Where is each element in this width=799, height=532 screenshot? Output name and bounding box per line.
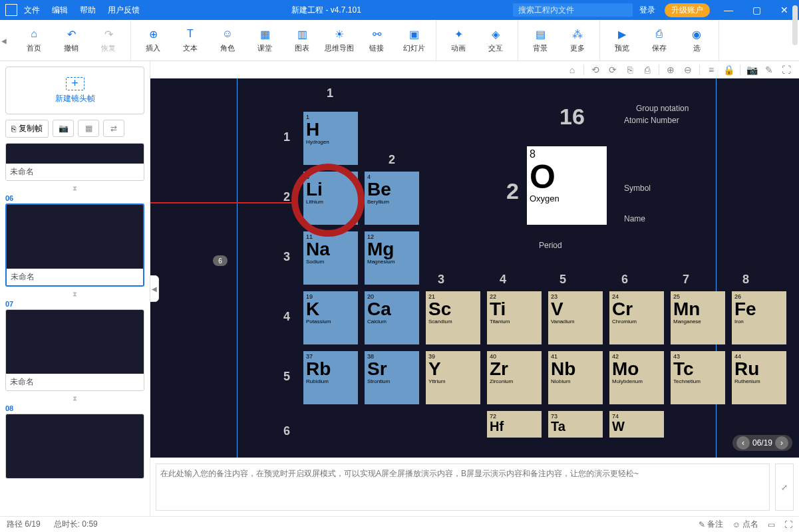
plus-icon: + <box>66 77 84 90</box>
interact-button[interactable]: ◈交互 <box>479 22 512 59</box>
thumb-05[interactable]: 未命名 <box>5 143 144 181</box>
maximize-icon[interactable]: ▢ <box>747 5 766 15</box>
cell-Tc: 43TcTechnetium <box>671 351 725 404</box>
bg-label: 背景 <box>533 43 548 53</box>
role-label: 角色 <box>220 43 235 53</box>
more-icon: ⁂ <box>571 27 584 41</box>
close-icon[interactable]: ✕ <box>775 5 794 15</box>
row-4: 4 <box>283 310 290 324</box>
cell-Hf: 72Hf <box>487 411 542 438</box>
transition-icon[interactable]: ⧗ <box>5 394 144 404</box>
home-label: 首页 <box>27 43 41 53</box>
undo-button[interactable]: ↶撤销 <box>55 22 88 59</box>
main-menu: 文件 编辑 帮助 用户反馈 <box>24 5 140 16</box>
slide-button[interactable]: ▣幻灯片 <box>397 22 430 59</box>
qr-button[interactable]: ▦ <box>78 120 99 137</box>
align-icon[interactable]: ≡ <box>705 64 717 76</box>
notes-input[interactable] <box>156 464 770 511</box>
collapse-ribbon-icon[interactable]: ◀ <box>1 37 7 44</box>
classroom-button[interactable]: ▦课堂 <box>248 22 281 59</box>
person-icon: ☺ <box>732 520 740 529</box>
new-frame-label: 新建镜头帧 <box>55 93 95 104</box>
thumb-06[interactable]: 06 未命名 <box>5 194 144 287</box>
oxygen-sym: O <box>530 160 604 194</box>
search-input[interactable] <box>513 3 633 17</box>
chart-button[interactable]: ▥图表 <box>285 22 319 59</box>
zoom-in-icon[interactable]: ⊕ <box>665 64 677 76</box>
guide-red <box>150 202 297 203</box>
transition-icon[interactable]: ⧗ <box>5 184 144 194</box>
login-link[interactable]: 登录 <box>639 5 655 16</box>
app-logo-icon <box>5 4 17 16</box>
save-icon: ⎙ <box>653 27 666 41</box>
canvas[interactable]: 6 1 2 3 4 5 6 7 8 1 2 3 4 5 6 16 2 8 O O… <box>150 78 799 458</box>
sync-button[interactable]: ⇄ <box>103 120 124 137</box>
cell-Ru: 44RuRuthenium <box>732 351 786 404</box>
canvas-area: ◀ ⌂ ⟲ ⟳ ⎘ ⎙ ⊕ ⊖ ≡ 🔒 📷 ✎ ⛶ 6 1 2 3 4 5 6 <box>150 61 799 516</box>
camera-button[interactable]: 📷 <box>53 120 74 137</box>
snapshot-icon[interactable]: 📷 <box>746 64 758 76</box>
cell-Ta: 73Ta <box>548 411 603 438</box>
col-2: 2 <box>389 153 395 167</box>
cell-Cr: 24CrChromium <box>609 291 664 344</box>
lock-icon[interactable]: 🔒 <box>722 64 734 76</box>
status-dianming-button[interactable]: ☺点名 <box>732 519 758 530</box>
anim-button[interactable]: ✦动画 <box>442 22 475 59</box>
thumb-07[interactable]: 07 未命名 <box>5 300 144 391</box>
rotate-left-icon[interactable]: ⟲ <box>589 64 601 76</box>
mindmap-icon: ☀ <box>333 27 346 41</box>
legend-2: 2 <box>506 178 519 204</box>
preview-button[interactable]: ▶预览 <box>605 22 639 59</box>
camera-icon: 📷 <box>59 124 69 133</box>
rotate-right-icon[interactable]: ⟳ <box>607 64 619 76</box>
link-button[interactable]: ⚯链接 <box>360 22 393 59</box>
minimize-icon[interactable]: — <box>719 5 738 15</box>
menu-help[interactable]: 帮助 <box>80 5 96 16</box>
expand-notes-icon[interactable]: ⤢ <box>775 464 794 511</box>
col-4: 4 <box>500 273 506 287</box>
status-note-button[interactable]: ✎备注 <box>699 519 723 530</box>
status-present-icon[interactable]: ▭ <box>768 520 775 529</box>
zoom-out-icon[interactable]: ⊖ <box>682 64 694 76</box>
home-view-icon[interactable]: ⌂ <box>566 64 578 76</box>
thumb-label: 未命名 <box>6 374 144 390</box>
row-2: 2 <box>283 190 290 204</box>
anim-label: 动画 <box>451 43 466 53</box>
bg-button[interactable]: ▤背景 <box>524 22 557 59</box>
bg-icon: ▤ <box>534 27 547 41</box>
classroom-icon: ▦ <box>258 27 271 41</box>
transition-icon[interactable]: ⧗ <box>5 289 144 300</box>
home-button[interactable]: ⌂首页 <box>17 22 51 59</box>
dianming-label: 点名 <box>742 519 758 530</box>
nav-next-icon[interactable]: › <box>775 436 788 450</box>
redo-button[interactable]: ↷恢复 <box>92 22 125 59</box>
cell-Sr: 38SrStrontium <box>365 351 419 404</box>
menu-feedback[interactable]: 用户反馈 <box>108 5 140 16</box>
status-fullscreen-icon[interactable]: ⛶ <box>784 520 792 529</box>
select-icon: ◉ <box>690 27 703 41</box>
select-label: 选 <box>693 43 701 53</box>
text-button[interactable]: T文本 <box>174 22 207 59</box>
upgrade-button[interactable]: 升级账户 <box>665 3 710 17</box>
collapse-panel-icon[interactable]: ◀ <box>150 275 159 302</box>
menu-file[interactable]: 文件 <box>24 5 40 16</box>
nav-prev-icon[interactable]: ‹ <box>736 436 750 450</box>
interact-icon: ◈ <box>489 27 502 41</box>
new-frame-button[interactable]: + 新建镜头帧 <box>5 66 144 114</box>
role-button[interactable]: ☺角色 <box>211 22 244 59</box>
menu-edit[interactable]: 编辑 <box>52 5 68 16</box>
cell-Sc: 21ScScandium <box>426 291 480 344</box>
edit-icon[interactable]: ✎ <box>763 64 775 76</box>
save-button[interactable]: ⎙保存 <box>643 22 676 59</box>
insert-button[interactable]: ⊕插入 <box>136 22 170 59</box>
select-button[interactable]: ◉选 <box>680 22 713 59</box>
cell-Na: 11NaSodium <box>303 231 358 285</box>
notes-panel: ⤢ <box>150 458 799 516</box>
more-button[interactable]: ⁂更多 <box>561 22 594 59</box>
fullscreen-icon[interactable]: ⛶ <box>780 64 792 76</box>
copy-frame-button[interactable]: ⎘复制帧 <box>5 120 49 138</box>
mindmap-button[interactable]: ☀思维导图 <box>323 22 356 59</box>
paste-view-icon[interactable]: ⎙ <box>641 64 653 76</box>
thumb-08[interactable]: 08 <box>5 404 144 479</box>
copy-view-icon[interactable]: ⎘ <box>624 64 636 76</box>
